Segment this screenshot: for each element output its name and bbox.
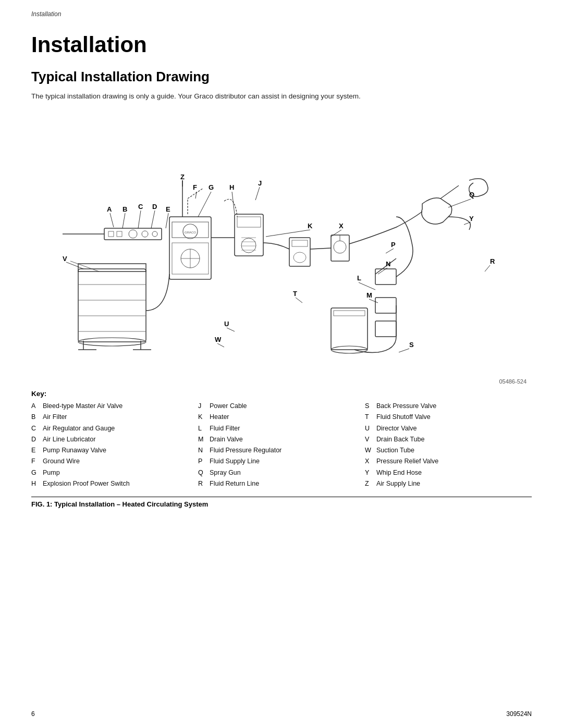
footer-page-number: 6: [31, 710, 35, 718]
svg-text:D: D: [152, 203, 157, 211]
svg-text:P: P: [391, 241, 396, 249]
svg-text:N: N: [386, 260, 390, 268]
list-item: E Pump Runaway Valve: [31, 445, 198, 456]
figure-caption: FIG. 1: Typical Installation – Heated Ci…: [31, 497, 532, 508]
list-item: N Fluid Pressure Regulator: [198, 445, 365, 456]
list-item: B Air Filter: [31, 412, 198, 423]
key-col-2: J Power Cable K Heater L Fluid Filter M …: [198, 401, 365, 489]
svg-text:E: E: [166, 205, 170, 213]
list-item: Q Spray Gun: [198, 467, 365, 478]
svg-rect-0: [31, 113, 532, 378]
svg-text:Z: Z: [180, 173, 185, 181]
svg-text:M: M: [366, 291, 372, 299]
svg-text:H: H: [229, 183, 234, 191]
list-item: R Fluid Return Line: [198, 478, 365, 489]
key-label: Key:: [31, 390, 532, 398]
list-item: X Pressure Relief Valve: [365, 456, 532, 467]
key-columns: A Bleed-type Master Air Valve B Air Filt…: [31, 401, 532, 489]
list-item: A Bleed-type Master Air Valve: [31, 401, 198, 412]
svg-text:V: V: [63, 255, 67, 263]
key-section: Key: A Bleed-type Master Air Valve B Air…: [31, 390, 532, 508]
svg-text:W: W: [215, 336, 222, 343]
list-item: U Director Valve: [365, 423, 532, 434]
key-col-3: S Back Pressure Valve T Fluid Shutoff Va…: [365, 401, 532, 489]
svg-text:X: X: [339, 222, 344, 230]
svg-text:L: L: [357, 274, 361, 282]
svg-text:J: J: [258, 179, 262, 187]
svg-text:GRACO: GRACO: [185, 231, 196, 234]
svg-text:R: R: [490, 257, 495, 265]
list-item: D Air Line Lubricator: [31, 434, 198, 445]
svg-text:U: U: [224, 320, 229, 328]
list-item: T Fluid Shutoff Valve: [365, 412, 532, 423]
list-item: Z Air Supply Line: [365, 478, 532, 489]
svg-text:C: C: [138, 203, 143, 211]
list-item: S Back Pressure Valve: [365, 401, 532, 412]
list-item: V Drain Back Tube: [365, 434, 532, 445]
list-item: P Fluid Supply Line: [198, 456, 365, 467]
list-item: G Pump: [31, 467, 198, 478]
section-title: Typical Installation Drawing: [31, 69, 532, 85]
page-title: Installation: [31, 32, 532, 57]
svg-text:B: B: [123, 205, 127, 213]
list-item: F Ground Wire: [31, 456, 198, 467]
list-item: W Suction Tube: [365, 445, 532, 456]
page-container: Installation Installation Typical Instal…: [0, 0, 563, 728]
list-item: Y Whip End Hose: [365, 467, 532, 478]
svg-text:F: F: [193, 183, 197, 191]
svg-text:S: S: [409, 341, 414, 349]
intro-text: The typical installation drawing is only…: [31, 92, 532, 100]
installation-diagram: GRACO: [31, 113, 532, 378]
svg-text:G: G: [209, 183, 214, 191]
diagram-svg: GRACO: [31, 113, 532, 378]
diagram-area: GRACO: [31, 113, 532, 385]
key-col-1: A Bleed-type Master Air Valve B Air Filt…: [31, 401, 198, 489]
list-item: L Fluid Filter: [198, 423, 365, 434]
list-item: C Air Regulator and Gauge: [31, 423, 198, 434]
list-item: M Drain Valve: [198, 434, 365, 445]
list-item: K Heater: [198, 412, 365, 423]
page-footer: 6 309524N: [31, 710, 532, 718]
part-number: 05486-524: [31, 378, 532, 385]
svg-text:A: A: [107, 205, 112, 213]
svg-text:Y: Y: [469, 215, 474, 223]
breadcrumb: Installation: [0, 0, 563, 18]
footer-doc-number: 309524N: [506, 710, 532, 718]
list-item: H Explosion Proof Power Switch: [31, 478, 198, 489]
main-content: Installation Typical Installation Drawin…: [0, 18, 563, 529]
svg-text:T: T: [293, 290, 297, 298]
svg-text:K: K: [308, 222, 313, 230]
list-item: J Power Cable: [198, 401, 365, 412]
svg-text:Q: Q: [469, 191, 474, 199]
